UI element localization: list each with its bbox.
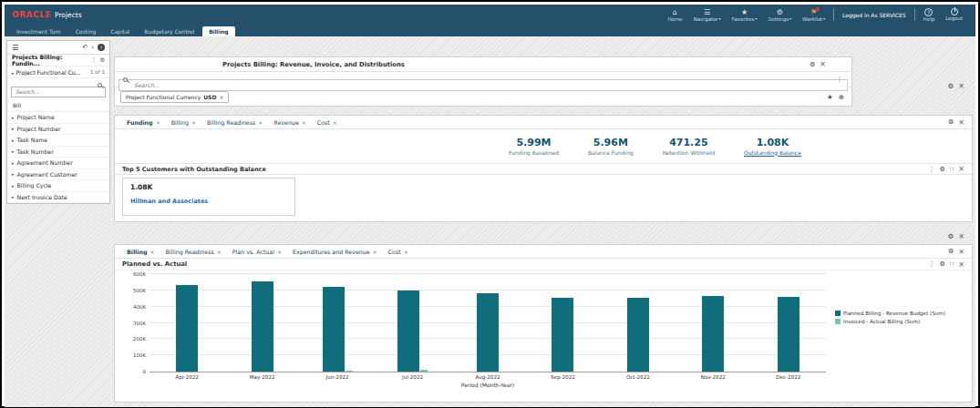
kpi-funding-baselined: 5.99MFunding Baselined — [509, 138, 559, 156]
info-icon[interactable]: i — [98, 44, 105, 51]
collapse-icon[interactable]: ‹ — [91, 44, 94, 51]
filter-task-name[interactable]: ▸Task Name — [7, 135, 109, 147]
tab-revenue[interactable]: Revenue× — [269, 116, 310, 128]
close-icon[interactable]: × — [958, 118, 965, 127]
drag-handle-icon[interactable]: ∷ — [950, 260, 954, 268]
filter-chip-currency[interactable]: Project Functional Currency USD × — [120, 91, 229, 103]
help-button[interactable]: Help — [918, 8, 941, 22]
add-circle-icon[interactable]: ⊕ — [839, 93, 844, 101]
close-icon[interactable]: × — [958, 248, 965, 256]
filter-agreement-customer[interactable]: ▸Agreement Customer — [7, 169, 109, 181]
sidebar-search-input[interactable] — [11, 87, 106, 97]
nav-home[interactable]: ⌂Home — [662, 8, 687, 22]
hamburger-icon[interactable]: ☰ — [12, 44, 18, 52]
tab-label: Expenditures and Revenue — [293, 249, 370, 255]
bar-planned-billing-revenue-budget-sum[interactable] — [477, 293, 499, 372]
filter-task-number[interactable]: ▸Task Number — [7, 147, 109, 158]
filter-project-name[interactable]: ▸Project Name — [7, 112, 109, 124]
bar-planned-billing-revenue-budget-sum[interactable] — [627, 298, 649, 372]
sidebar-section-row[interactable]: ▸ Project Functional Cu... 1 of 1 — [7, 66, 109, 78]
filter-billing-cycle[interactable]: ▸Billing Cycle — [7, 180, 109, 192]
gear-icon[interactable]: ⚙ — [940, 166, 945, 173]
close-icon[interactable]: × — [191, 119, 196, 126]
tab-plan-vs-actual[interactable]: Plan vs. Actual× — [228, 245, 286, 258]
chip-row-icons: ★ ⊕ — [827, 93, 844, 101]
tab-billing[interactable]: Billing× — [122, 245, 159, 258]
bar-planned-billing-revenue-budget-sum[interactable] — [176, 285, 198, 372]
tab-label: Billing — [127, 249, 147, 255]
kebab-icon[interactable]: ⋮ — [836, 76, 842, 83]
tab-cost[interactable]: Cost× — [313, 116, 342, 128]
bar-planned-billing-revenue-budget-sum[interactable] — [702, 296, 724, 372]
filter-next-invoice-date[interactable]: ▸Next Invoice Date — [7, 192, 109, 204]
bar-group-oct-2022 — [601, 274, 676, 372]
logout-button[interactable]: Logout — [940, 8, 968, 21]
nav-settings[interactable]: ⚙Settings▾ — [762, 8, 797, 22]
close-icon[interactable]: × — [150, 249, 154, 255]
close-icon[interactable]: × — [302, 119, 306, 126]
kpi-row: 5.99MFunding Baselined5.96MBalance Fundi… — [115, 129, 972, 163]
close-icon[interactable]: × — [373, 249, 377, 255]
tab-label: Revenue — [273, 119, 298, 126]
tab-billing-readiness[interactable]: Billing Readiness× — [160, 245, 225, 258]
drag-handle-icon[interactable]: ∷ — [950, 166, 954, 173]
close-icon[interactable]: × — [958, 165, 965, 173]
close-icon[interactable]: × — [217, 249, 222, 255]
y-tick-label: 0 — [120, 369, 146, 374]
bar-planned-billing-revenue-budget-sum[interactable] — [323, 287, 345, 372]
chip-close-icon[interactable]: × — [219, 94, 223, 100]
bar-planned-billing-revenue-budget-sum[interactable] — [397, 291, 419, 372]
gear-icon[interactable]: ⚙ — [99, 56, 105, 64]
gear-icon[interactable]: ⚙ — [948, 82, 954, 90]
gear-icon[interactable]: ⚙ — [948, 248, 954, 255]
close-icon[interactable]: × — [404, 249, 408, 255]
close-icon[interactable]: × — [277, 249, 282, 255]
page-tab-budgetary-control[interactable]: Budgetary Control — [138, 26, 201, 36]
gear-icon[interactable]: ⚙ — [948, 232, 954, 240]
page-tab-costing[interactable]: Costing — [69, 26, 103, 36]
bar-planned-billing-revenue-budget-sum[interactable] — [552, 298, 573, 372]
tab-billing-readiness[interactable]: Billing Readiness× — [202, 116, 267, 128]
x-tick-label: May-2022 — [224, 374, 299, 380]
undo-icon[interactable]: ↶ — [82, 44, 88, 51]
legend-label: Invoiced - Actual Billing (Sum) — [843, 319, 920, 324]
gear-icon[interactable]: ⚙ — [948, 118, 954, 126]
tab-cost[interactable]: Cost× — [384, 245, 413, 258]
gear-icon[interactable]: ⚙ — [940, 260, 945, 268]
nav-worklist[interactable]: ⚑Worklist▾ — [797, 8, 830, 22]
nav-label: Favorites — [732, 16, 755, 22]
filter-project-number[interactable]: ▸Project Number — [7, 124, 109, 136]
x-tick-label: Jun-2022 — [300, 374, 375, 380]
close-icon[interactable]: × — [156, 119, 160, 126]
nav-navigator[interactable]: ☰Navigator▾ — [688, 8, 727, 22]
close-icon[interactable]: × — [958, 260, 965, 269]
bar-invoiced-actual-billing-sum[interactable] — [420, 370, 428, 372]
close-icon[interactable]: × — [958, 82, 965, 90]
bar-invoiced-actual-billing-sum[interactable] — [346, 371, 353, 372]
app-window: ORACLE Projects ⌂Home☰Navigator▾★Favorit… — [0, 0, 980, 408]
page-tab-investment-turn[interactable]: Investment Turn — [10, 26, 67, 36]
close-icon[interactable]: × — [258, 119, 263, 126]
close-icon[interactable]: × — [820, 60, 826, 68]
page-tab-capital[interactable]: Capital — [104, 26, 136, 36]
close-icon[interactable]: × — [333, 119, 337, 126]
kebab-icon[interactable]: ⋮ — [929, 166, 935, 173]
tab-expenditures-and-revenue[interactable]: Expenditures and Revenue× — [288, 245, 382, 258]
gear-icon[interactable]: ⚙ — [810, 61, 815, 68]
tab-funding[interactable]: Funding× — [122, 116, 165, 128]
kebab-icon[interactable]: ⋮ — [91, 56, 98, 64]
kebab-icon[interactable]: ⋮ — [929, 260, 935, 268]
favorite-star-icon[interactable]: ★ — [827, 93, 833, 101]
top5-customer-link[interactable]: Hillman and Associates — [130, 198, 287, 205]
bar-planned-billing-revenue-budget-sum[interactable] — [778, 297, 799, 372]
prompt-panel: Projects Billing: Revenue, Invoice, and … — [114, 56, 852, 107]
sidebar-selected-value[interactable]: Bill — [7, 99, 109, 112]
page-tab-billing[interactable]: Billing — [202, 26, 234, 36]
close-icon[interactable]: × — [958, 232, 965, 240]
tab-billing[interactable]: Billing× — [167, 116, 201, 128]
nav-favorites[interactable]: ★Favorites▾ — [727, 8, 763, 22]
bar-planned-billing-revenue-budget-sum[interactable] — [252, 281, 273, 372]
filter-agreement-number[interactable]: ▸Agreement Number — [7, 158, 109, 169]
kpi-label[interactable]: Outstanding Balance — [744, 149, 801, 156]
help-icon — [924, 8, 933, 16]
